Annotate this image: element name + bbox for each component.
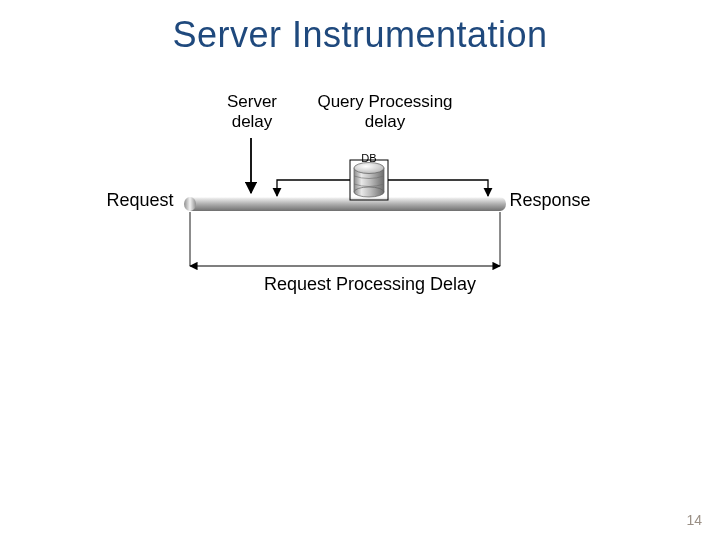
timeline-bar [184,197,506,211]
db-label: DB [354,152,384,164]
svg-point-2 [494,197,506,211]
db-icon [350,160,388,200]
db-left-arrow [277,180,350,196]
diagram-svg [0,0,720,540]
svg-point-5 [354,163,384,174]
svg-rect-0 [190,197,500,211]
page-number: 14 [686,512,702,528]
svg-point-1 [184,197,196,211]
db-right-arrow [388,180,488,196]
svg-point-4 [354,187,384,197]
